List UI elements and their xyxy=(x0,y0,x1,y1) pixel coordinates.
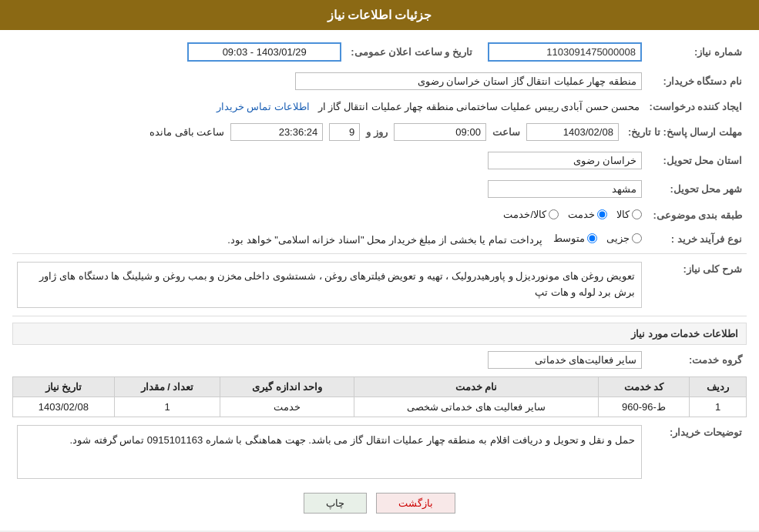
province-value: خراسان رضوی xyxy=(488,152,642,169)
buyer-label: نام دستگاه خریدار: xyxy=(646,69,747,93)
remaining-label: ساعت باقی مانده xyxy=(149,126,224,138)
need-number-row: شماره نیاز: 1103091475000008 تاریخ و ساع… xyxy=(12,39,747,65)
announce-label: تاریخ و ساعت اعلان عمومی: xyxy=(346,39,477,65)
col-service-code: کد خدمت xyxy=(598,376,689,396)
announce-value: 1403/01/29 - 09:03 xyxy=(187,42,341,62)
purchase-type-label-mutavasset: متوسط xyxy=(553,233,585,244)
creator-link[interactable]: اطلاعات تماس خریدار xyxy=(217,101,310,112)
category-radio-group: کالا خدمت کالا/خدمت xyxy=(503,209,642,220)
buyer-notes-value: حمل و نقل و تحویل و دریافت اقلام به منطق… xyxy=(17,425,642,479)
category-option-kala-khedmat: کالا/خدمت xyxy=(503,209,559,220)
creator-row: ایجاد کننده درخواست: محسن حسن آبادی رییس… xyxy=(12,98,747,115)
general-desc-value: تعویض روغن های مونوردیزل و پاورهیدرولیک … xyxy=(17,262,642,308)
service-group-label: گروه خدمت: xyxy=(646,348,747,372)
purchase-type-radio-jozii[interactable] xyxy=(632,233,642,243)
cell-date: 1403/02/08 xyxy=(13,396,115,417)
col-date: تاریخ نیاز xyxy=(13,376,115,396)
category-label: طبقه بندی موضوعی: xyxy=(646,206,747,225)
category-radio-kala-khedmat[interactable] xyxy=(549,209,559,219)
category-row: طبقه بندی موضوعی: کالا خدمت xyxy=(12,206,747,225)
page-wrapper: جزئیات اطلاعات نیاز شماره نیاز: 11030914… xyxy=(0,0,759,530)
buyer-row: نام دستگاه خریدار: منطقه چهار عملیات انت… xyxy=(12,69,747,93)
buttons-row: بازگشت چاپ xyxy=(12,493,747,514)
purchase-type-option-jozii: جزیی xyxy=(606,233,642,244)
page-title: جزئیات اطلاعات نیاز xyxy=(0,0,759,30)
category-option-khedmat: خدمت xyxy=(568,209,607,220)
creator-value: محسن حسن آبادی رییس عملیات ساختمانی منطق… xyxy=(318,101,640,112)
content-area: شماره نیاز: 1103091475000008 تاریخ و ساع… xyxy=(0,30,759,530)
remaining-value: 23:36:24 xyxy=(230,123,323,141)
purchase-type-note: پرداخت تمام یا بخشی از مبلغ خریدار محل "… xyxy=(227,234,542,246)
category-label-kala-khedmat: کالا/خدمت xyxy=(503,209,546,220)
time-value: 09:00 xyxy=(394,123,486,141)
category-radio-khedmat[interactable] xyxy=(597,209,607,219)
category-label-khedmat: خدمت xyxy=(568,209,595,220)
date-label: مهلت ارسال پاسخ: تا تاریخ: xyxy=(623,120,747,144)
category-option-kala: کالا xyxy=(616,209,642,220)
divider-1 xyxy=(12,253,747,254)
buyer-notes-row: توضیحات خریدار: حمل و نقل و تحویل و دریا… xyxy=(12,422,747,482)
city-value: مشهد xyxy=(488,180,642,198)
city-row: شهر محل تحویل: مشهد xyxy=(12,177,747,201)
print-button[interactable]: چاپ xyxy=(304,493,367,514)
purchase-type-radio-group: جزیی متوسط xyxy=(553,233,642,244)
col-unit: واحد اندازه گیری xyxy=(220,376,354,396)
purchase-type-row: نوع فرآیند خرید : جزیی متوسط پرداخت xyxy=(12,229,747,249)
province-label: استان محل تحویل: xyxy=(646,149,747,172)
back-button[interactable]: بازگشت xyxy=(376,493,455,514)
divider-2 xyxy=(12,316,747,316)
creator-label: ایجاد کننده درخواست: xyxy=(644,98,747,115)
cell-service-name: سایر فعالیت هاى خدماتی شخصی xyxy=(354,396,599,417)
general-desc-label: شرح کلی نیاز: xyxy=(646,259,747,311)
col-row-num: ردیف xyxy=(690,376,747,396)
cell-service-code: ط-96-960 xyxy=(598,396,689,417)
time-label: ساعت xyxy=(492,126,520,138)
buyer-notes-label: توضیحات خریدار: xyxy=(646,422,747,482)
date-value: 1403/02/08 xyxy=(526,123,619,141)
days-label: روز و xyxy=(366,126,388,138)
services-info-title: اطلاعات خدمات مورد نیاز xyxy=(12,323,747,345)
buyer-value: منطقه چهار عملیات انتقال گاز استان خراسا… xyxy=(295,72,642,90)
date-row: مهلت ارسال پاسخ: تا تاریخ: 1403/02/08 سا… xyxy=(12,120,747,144)
cell-unit: خدمت xyxy=(220,396,354,417)
province-row: استان محل تحویل: خراسان رضوی xyxy=(12,149,747,172)
general-desc-row: شرح کلی نیاز: تعویض روغن های مونوردیزل و… xyxy=(12,259,747,311)
purchase-type-label-jozii: جزیی xyxy=(606,233,630,244)
cell-row-num: 1 xyxy=(690,396,747,417)
purchase-type-radio-mutavasset[interactable] xyxy=(587,233,597,243)
days-value: 9 xyxy=(329,123,360,141)
col-qty: تعداد / مقدار xyxy=(114,376,220,396)
city-label: شهر محل تحویل: xyxy=(646,177,747,201)
need-number-value: 1103091475000008 xyxy=(488,42,642,62)
service-group-value: سایر فعالیت‌های خدماتی xyxy=(488,351,642,369)
cell-qty: 1 xyxy=(114,396,220,417)
category-label-kala: کالا xyxy=(616,209,630,220)
table-row: 1 ط-96-960 سایر فعالیت هاى خدماتی شخصی خ… xyxy=(13,396,747,417)
purchase-type-option-mutavasset: متوسط xyxy=(553,233,597,244)
services-table: ردیف کد خدمت نام خدمت واحد اندازه گیری ت… xyxy=(12,376,747,417)
category-radio-kala[interactable] xyxy=(632,209,642,219)
purchase-type-label: نوع فرآیند خرید : xyxy=(646,229,747,249)
service-group-row: گروه خدمت: سایر فعالیت‌های خدماتی xyxy=(12,348,747,372)
col-service-name: نام خدمت xyxy=(354,376,599,396)
need-number-label: شماره نیاز: xyxy=(646,39,747,65)
